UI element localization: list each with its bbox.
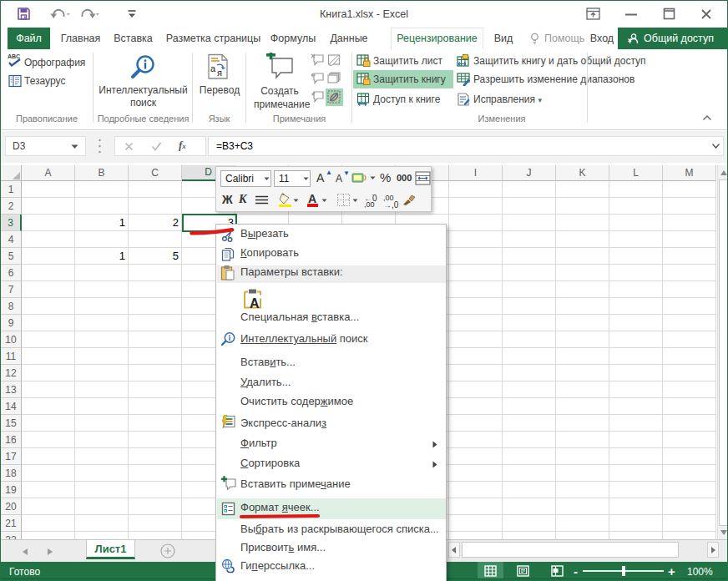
- svg-text:ABC: ABC: [8, 53, 20, 59]
- svg-text:A: A: [250, 296, 260, 310]
- svg-text:я: я: [217, 68, 222, 78]
- svg-text:а: а: [210, 63, 216, 73]
